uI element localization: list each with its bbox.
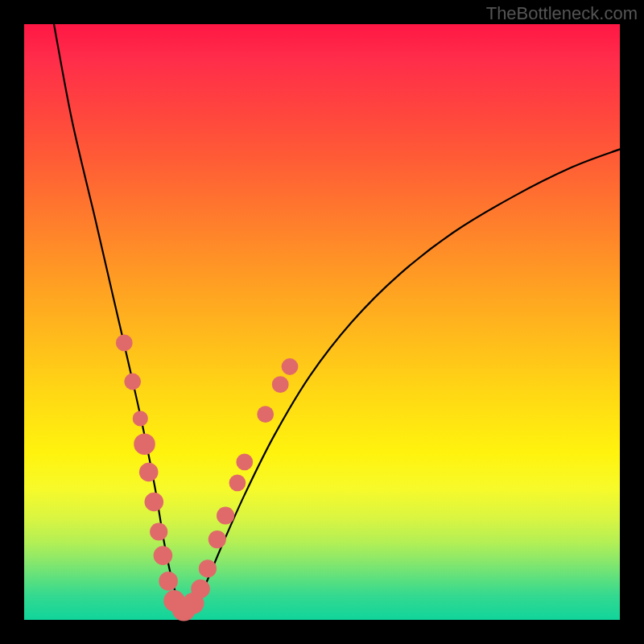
curve-marker <box>257 406 274 423</box>
curve-marker <box>134 433 155 455</box>
curve-marker <box>282 358 299 375</box>
curve-marker <box>159 572 178 591</box>
curve-marker <box>217 506 234 524</box>
curve-marker <box>145 493 164 512</box>
curve-line <box>54 24 620 610</box>
chart-svg <box>24 24 620 620</box>
curve-marker <box>133 411 148 426</box>
curve-path <box>54 24 620 610</box>
curve-marker <box>116 335 133 352</box>
plot-area <box>24 24 620 620</box>
curve-marker <box>154 546 173 565</box>
curve-marker <box>236 454 253 471</box>
curve-marker <box>208 530 226 548</box>
curve-marker <box>139 463 159 482</box>
watermark-label: TheBottleneck.com <box>486 3 638 24</box>
curve-marker <box>150 522 167 540</box>
curve-markers <box>116 335 299 621</box>
curve-marker <box>191 580 210 599</box>
curve-marker <box>229 474 246 491</box>
chart-frame: TheBottleneck.com <box>0 0 644 644</box>
curve-marker <box>272 376 289 393</box>
curve-marker <box>199 559 217 577</box>
curve-marker <box>124 374 141 390</box>
